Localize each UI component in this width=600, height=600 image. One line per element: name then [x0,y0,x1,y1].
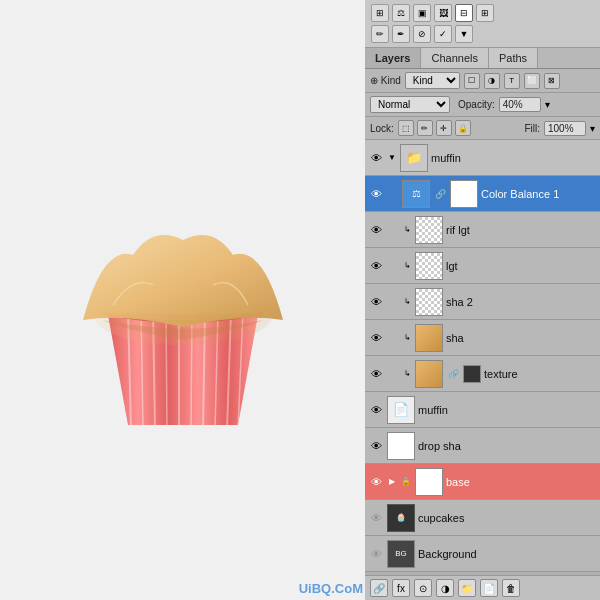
eye-drop-sha[interactable]: 👁 [368,438,384,454]
name-sha2: sha 2 [446,296,597,308]
lock-move-icon[interactable]: ✛ [436,120,452,136]
smart-icon[interactable]: ⊠ [544,73,560,89]
eye-lgt[interactable]: 👁 [368,258,384,274]
cupcake-image [73,165,293,435]
check-icon[interactable]: ✓ [434,25,452,43]
thumb-background: BG [387,540,415,568]
layer-rif-lgt[interactable]: 👁 ↳ rif lgt [365,212,600,248]
opacity-arrow[interactable]: ▾ [545,99,550,110]
trash-icon[interactable]: 🗑 [502,579,520,597]
name-background: Background [418,548,597,560]
layer-base[interactable]: 👁 ▶ 🔒 base [365,464,600,500]
eye-muffin-group[interactable]: 👁 [368,150,384,166]
watermark: UiBQ.CoM [299,581,363,596]
fill-arrow[interactable]: ▾ [590,123,595,134]
thumb-rif-lgt [415,216,443,244]
eye-sha[interactable]: 👁 [368,330,384,346]
name-sha: sha [446,332,597,344]
thumb2-texture [463,365,481,383]
eye-muffin[interactable]: 👁 [368,402,384,418]
arrow-base[interactable]: ▶ [387,477,397,487]
adjustment-layer-icon[interactable]: ◑ [436,579,454,597]
canvas-area: UiBQ.CoM [0,0,365,600]
pixel-icon[interactable]: ☐ [464,73,480,89]
link-texture: 🔗 [446,367,460,381]
name-muffin: muffin [418,404,597,416]
mode-row: Normal Opacity: ▾ [365,93,600,117]
thumb-color-balance: ⚖ [402,180,430,208]
opacity-label: Opacity: [458,99,495,110]
eye-cupcakes[interactable]: 👁 [368,510,384,526]
layer-sha2[interactable]: 👁 ↳ sha 2 [365,284,600,320]
eye-color-balance[interactable]: 👁 [368,186,384,202]
name-cupcakes: cupcakes [418,512,597,524]
clip-lgt: ↳ [402,258,412,274]
tab-channels[interactable]: Channels [421,48,488,68]
balance-icon[interactable]: ⚖ [392,4,410,22]
layer-muffin[interactable]: 👁 📄 muffin [365,392,600,428]
lock-pixel-icon[interactable]: ⬚ [398,120,414,136]
eye-texture[interactable]: 👁 [368,366,384,382]
mask-icon[interactable]: ⊙ [414,579,432,597]
grid-icon[interactable]: ⊞ [371,4,389,22]
layer-sha[interactable]: 👁 ↳ sha [365,320,600,356]
toolbar-row-1: ⊞ ⚖ ▣ 🖼 ⊟ ⊞ [371,4,594,22]
type-icon[interactable]: T [504,73,520,89]
photo-icon[interactable]: 🖼 [434,4,452,22]
layer-cupcakes[interactable]: 👁 🧁 cupcakes [365,500,600,536]
layer-background[interactable]: 👁 BG Background [365,536,600,572]
layer-texture[interactable]: 👁 ↳ 🔗 texture [365,356,600,392]
toolbar-row-2: ✏ ✒ ⊘ ✓ ▼ [371,25,594,43]
down-icon[interactable]: ▼ [455,25,473,43]
right-panel: ⊞ ⚖ ▣ 🖼 ⊟ ⊞ ✏ ✒ ⊘ ✓ ▼ Layers Channels Pa… [365,0,600,600]
name-drop-sha: drop sha [418,440,597,452]
new-layer-icon[interactable]: 📄 [480,579,498,597]
name-color-balance: Color Balance 1 [481,188,597,200]
name-lgt: lgt [446,260,597,272]
thumb2-color-balance [450,180,478,208]
arrow-muffin-group[interactable]: ▼ [387,153,397,163]
box-icon[interactable]: ▣ [413,4,431,22]
tab-layers[interactable]: Layers [365,48,421,68]
link-layers-icon[interactable]: 🔗 [370,579,388,597]
tab-paths[interactable]: Paths [489,48,538,68]
adjust-icon[interactable]: ◑ [484,73,500,89]
lock-row: Lock: ⬚ ✏ ✛ 🔒 Fill: ▾ [365,117,600,140]
name-rif-lgt: rif lgt [446,224,597,236]
name-muffin-group: muffin [431,152,597,164]
pen3-icon[interactable]: ⊘ [413,25,431,43]
layers-list: 👁 ▼ 📁 muffin 👁 ⚖ 🔗 Color Balance 1 👁 ↳ r… [365,140,600,575]
eye-sha2[interactable]: 👁 [368,294,384,310]
eye-base[interactable]: 👁 [368,474,384,490]
pen-icon[interactable]: ✏ [371,25,389,43]
lock-all-icon[interactable]: 🔒 [455,120,471,136]
mode-select[interactable]: Normal [370,96,450,113]
tabs-row: Layers Channels Paths [365,48,600,69]
fx-icon[interactable]: fx [392,579,410,597]
eye-background[interactable]: 👁 [368,546,384,562]
grid2-icon[interactable]: ⊞ [476,4,494,22]
eye-rif-lgt[interactable]: 👁 [368,222,384,238]
thumb-drop-sha [387,432,415,460]
name-texture: texture [484,368,597,380]
kind-select[interactable]: Kind [405,72,460,89]
layer-lgt[interactable]: 👁 ↳ lgt [365,248,600,284]
lock-base: 🔒 [400,474,412,490]
lock-icons: ⬚ ✏ ✛ 🔒 [398,120,471,136]
new-folder-icon[interactable]: 📁 [458,579,476,597]
pen2-icon[interactable]: ✒ [392,25,410,43]
opacity-input[interactable] [499,97,541,112]
layer-muffin-group[interactable]: 👁 ▼ 📁 muffin [365,140,600,176]
fill-label: Fill: [524,123,540,134]
fill-input[interactable] [544,121,586,136]
table-icon[interactable]: ⊟ [455,4,473,22]
shape-icon[interactable]: ⬜ [524,73,540,89]
bottom-bar: 🔗 fx ⊙ ◑ 📁 📄 🗑 [365,575,600,600]
layer-color-balance[interactable]: 👁 ⚖ 🔗 Color Balance 1 [365,176,600,212]
thumb-cupcakes: 🧁 [387,504,415,532]
thumb-sha [415,324,443,352]
lock-paint-icon[interactable]: ✏ [417,120,433,136]
kind-label: ⊕ Kind [370,75,401,86]
layer-drop-sha[interactable]: 👁 drop sha [365,428,600,464]
thumb-sha2 [415,288,443,316]
